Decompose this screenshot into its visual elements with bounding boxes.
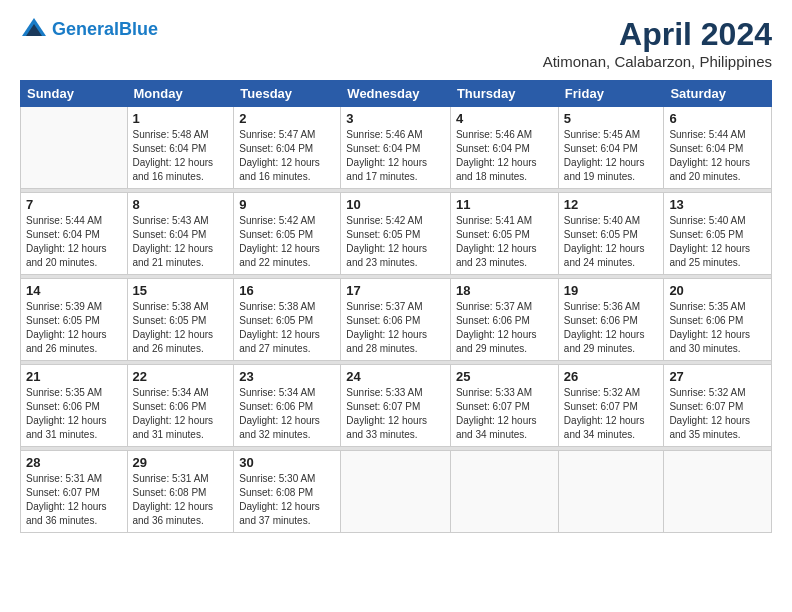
day-number: 27	[669, 369, 766, 384]
day-info: Sunrise: 5:44 AMSunset: 6:04 PMDaylight:…	[669, 128, 766, 184]
day-info: Sunrise: 5:47 AMSunset: 6:04 PMDaylight:…	[239, 128, 335, 184]
day-info: Sunrise: 5:42 AMSunset: 6:05 PMDaylight:…	[239, 214, 335, 270]
col-thursday: Thursday	[450, 81, 558, 107]
calendar-cell	[664, 451, 772, 533]
day-info: Sunrise: 5:36 AMSunset: 6:06 PMDaylight:…	[564, 300, 659, 356]
main-title: April 2024	[543, 16, 772, 53]
calendar-cell: 8Sunrise: 5:43 AMSunset: 6:04 PMDaylight…	[127, 193, 234, 275]
calendar-cell: 19Sunrise: 5:36 AMSunset: 6:06 PMDayligh…	[558, 279, 664, 361]
calendar-cell: 30Sunrise: 5:30 AMSunset: 6:08 PMDayligh…	[234, 451, 341, 533]
calendar-week-row: 28Sunrise: 5:31 AMSunset: 6:07 PMDayligh…	[21, 451, 772, 533]
calendar-cell: 28Sunrise: 5:31 AMSunset: 6:07 PMDayligh…	[21, 451, 128, 533]
day-info: Sunrise: 5:37 AMSunset: 6:06 PMDaylight:…	[456, 300, 553, 356]
day-number: 9	[239, 197, 335, 212]
calendar-cell: 10Sunrise: 5:42 AMSunset: 6:05 PMDayligh…	[341, 193, 451, 275]
day-info: Sunrise: 5:48 AMSunset: 6:04 PMDaylight:…	[133, 128, 229, 184]
day-info: Sunrise: 5:37 AMSunset: 6:06 PMDaylight:…	[346, 300, 445, 356]
calendar-cell: 21Sunrise: 5:35 AMSunset: 6:06 PMDayligh…	[21, 365, 128, 447]
calendar-cell: 23Sunrise: 5:34 AMSunset: 6:06 PMDayligh…	[234, 365, 341, 447]
day-info: Sunrise: 5:42 AMSunset: 6:05 PMDaylight:…	[346, 214, 445, 270]
day-info: Sunrise: 5:32 AMSunset: 6:07 PMDaylight:…	[669, 386, 766, 442]
logo-line1: General	[52, 19, 119, 39]
calendar-cell	[341, 451, 451, 533]
calendar-cell: 1Sunrise: 5:48 AMSunset: 6:04 PMDaylight…	[127, 107, 234, 189]
day-info: Sunrise: 5:40 AMSunset: 6:05 PMDaylight:…	[564, 214, 659, 270]
calendar-cell: 11Sunrise: 5:41 AMSunset: 6:05 PMDayligh…	[450, 193, 558, 275]
col-tuesday: Tuesday	[234, 81, 341, 107]
day-info: Sunrise: 5:46 AMSunset: 6:04 PMDaylight:…	[346, 128, 445, 184]
calendar-cell: 26Sunrise: 5:32 AMSunset: 6:07 PMDayligh…	[558, 365, 664, 447]
day-number: 25	[456, 369, 553, 384]
calendar-cell: 22Sunrise: 5:34 AMSunset: 6:06 PMDayligh…	[127, 365, 234, 447]
calendar-week-row: 1Sunrise: 5:48 AMSunset: 6:04 PMDaylight…	[21, 107, 772, 189]
calendar-cell: 17Sunrise: 5:37 AMSunset: 6:06 PMDayligh…	[341, 279, 451, 361]
logo-text: GeneralBlue	[52, 20, 158, 40]
calendar-header-row: Sunday Monday Tuesday Wednesday Thursday…	[21, 81, 772, 107]
col-saturday: Saturday	[664, 81, 772, 107]
day-number: 8	[133, 197, 229, 212]
day-info: Sunrise: 5:40 AMSunset: 6:05 PMDaylight:…	[669, 214, 766, 270]
title-block: April 2024 Atimonan, Calabarzon, Philipp…	[543, 16, 772, 70]
day-info: Sunrise: 5:31 AMSunset: 6:08 PMDaylight:…	[133, 472, 229, 528]
day-number: 15	[133, 283, 229, 298]
day-number: 11	[456, 197, 553, 212]
day-info: Sunrise: 5:46 AMSunset: 6:04 PMDaylight:…	[456, 128, 553, 184]
day-info: Sunrise: 5:41 AMSunset: 6:05 PMDaylight:…	[456, 214, 553, 270]
col-sunday: Sunday	[21, 81, 128, 107]
day-info: Sunrise: 5:45 AMSunset: 6:04 PMDaylight:…	[564, 128, 659, 184]
calendar-week-row: 14Sunrise: 5:39 AMSunset: 6:05 PMDayligh…	[21, 279, 772, 361]
day-number: 13	[669, 197, 766, 212]
day-number: 5	[564, 111, 659, 126]
day-number: 10	[346, 197, 445, 212]
day-info: Sunrise: 5:35 AMSunset: 6:06 PMDaylight:…	[669, 300, 766, 356]
calendar-cell: 18Sunrise: 5:37 AMSunset: 6:06 PMDayligh…	[450, 279, 558, 361]
day-number: 16	[239, 283, 335, 298]
logo: GeneralBlue	[20, 16, 158, 44]
calendar-cell: 16Sunrise: 5:38 AMSunset: 6:05 PMDayligh…	[234, 279, 341, 361]
day-info: Sunrise: 5:34 AMSunset: 6:06 PMDaylight:…	[133, 386, 229, 442]
day-number: 18	[456, 283, 553, 298]
calendar-cell: 3Sunrise: 5:46 AMSunset: 6:04 PMDaylight…	[341, 107, 451, 189]
day-number: 4	[456, 111, 553, 126]
header: GeneralBlue April 2024 Atimonan, Calabar…	[20, 16, 772, 70]
day-info: Sunrise: 5:44 AMSunset: 6:04 PMDaylight:…	[26, 214, 122, 270]
day-info: Sunrise: 5:38 AMSunset: 6:05 PMDaylight:…	[239, 300, 335, 356]
day-info: Sunrise: 5:34 AMSunset: 6:06 PMDaylight:…	[239, 386, 335, 442]
day-info: Sunrise: 5:39 AMSunset: 6:05 PMDaylight:…	[26, 300, 122, 356]
day-number: 20	[669, 283, 766, 298]
logo-blue: Blue	[119, 19, 158, 39]
day-info: Sunrise: 5:38 AMSunset: 6:05 PMDaylight:…	[133, 300, 229, 356]
logo-icon	[20, 16, 48, 44]
day-number: 24	[346, 369, 445, 384]
day-number: 22	[133, 369, 229, 384]
day-info: Sunrise: 5:33 AMSunset: 6:07 PMDaylight:…	[456, 386, 553, 442]
calendar-cell: 12Sunrise: 5:40 AMSunset: 6:05 PMDayligh…	[558, 193, 664, 275]
calendar-cell: 14Sunrise: 5:39 AMSunset: 6:05 PMDayligh…	[21, 279, 128, 361]
calendar-table: Sunday Monday Tuesday Wednesday Thursday…	[20, 80, 772, 533]
calendar-cell: 9Sunrise: 5:42 AMSunset: 6:05 PMDaylight…	[234, 193, 341, 275]
day-info: Sunrise: 5:35 AMSunset: 6:06 PMDaylight:…	[26, 386, 122, 442]
day-number: 29	[133, 455, 229, 470]
day-info: Sunrise: 5:33 AMSunset: 6:07 PMDaylight:…	[346, 386, 445, 442]
day-info: Sunrise: 5:32 AMSunset: 6:07 PMDaylight:…	[564, 386, 659, 442]
day-number: 28	[26, 455, 122, 470]
page: GeneralBlue April 2024 Atimonan, Calabar…	[0, 0, 792, 612]
day-info: Sunrise: 5:31 AMSunset: 6:07 PMDaylight:…	[26, 472, 122, 528]
calendar-cell: 29Sunrise: 5:31 AMSunset: 6:08 PMDayligh…	[127, 451, 234, 533]
calendar-cell: 4Sunrise: 5:46 AMSunset: 6:04 PMDaylight…	[450, 107, 558, 189]
day-info: Sunrise: 5:43 AMSunset: 6:04 PMDaylight:…	[133, 214, 229, 270]
day-number: 17	[346, 283, 445, 298]
day-number: 19	[564, 283, 659, 298]
day-number: 2	[239, 111, 335, 126]
calendar-cell: 7Sunrise: 5:44 AMSunset: 6:04 PMDaylight…	[21, 193, 128, 275]
calendar-cell	[558, 451, 664, 533]
calendar-cell: 15Sunrise: 5:38 AMSunset: 6:05 PMDayligh…	[127, 279, 234, 361]
calendar-week-row: 7Sunrise: 5:44 AMSunset: 6:04 PMDaylight…	[21, 193, 772, 275]
day-info: Sunrise: 5:30 AMSunset: 6:08 PMDaylight:…	[239, 472, 335, 528]
day-number: 23	[239, 369, 335, 384]
calendar-cell	[450, 451, 558, 533]
calendar-cell: 6Sunrise: 5:44 AMSunset: 6:04 PMDaylight…	[664, 107, 772, 189]
calendar-cell: 24Sunrise: 5:33 AMSunset: 6:07 PMDayligh…	[341, 365, 451, 447]
calendar-cell: 27Sunrise: 5:32 AMSunset: 6:07 PMDayligh…	[664, 365, 772, 447]
day-number: 7	[26, 197, 122, 212]
